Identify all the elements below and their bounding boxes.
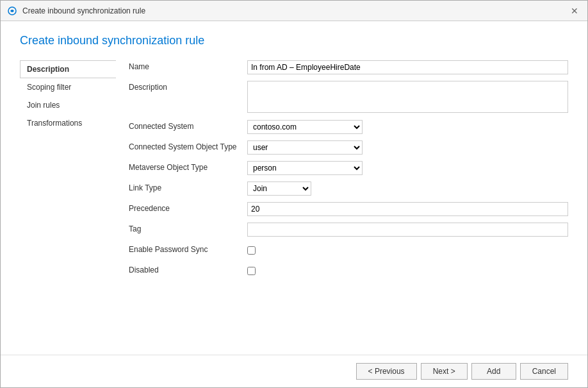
tag-input[interactable] — [247, 223, 568, 237]
link-type-label: Link Type — [129, 181, 247, 192]
name-input[interactable] — [247, 60, 568, 74]
footer: < Previous Next > Add Cancel — [1, 355, 587, 387]
sidebar: Description Scoping filter Join rules Tr… — [20, 60, 116, 348]
tag-label: Tag — [129, 223, 247, 233]
link-type-row: Link Type Join — [129, 181, 568, 197]
connected-system-object-type-control: user — [247, 140, 568, 155]
sidebar-item-transformations[interactable]: Transformations — [20, 114, 116, 132]
enable-password-sync-checkbox[interactable] — [247, 246, 256, 255]
window-icon — [7, 6, 17, 16]
metaverse-object-type-row: Metaverse Object Type person — [129, 161, 568, 176]
connected-system-label: Connected System — [129, 120, 247, 131]
description-row: Description — [129, 81, 568, 115]
cancel-button[interactable]: Cancel — [520, 363, 568, 380]
next-button[interactable]: Next > — [421, 363, 468, 380]
form-area: Name Description Connected System — [129, 60, 568, 348]
add-button[interactable]: Add — [471, 363, 516, 380]
tag-control — [247, 223, 568, 237]
precedence-input[interactable] — [247, 202, 568, 216]
description-control — [247, 81, 568, 115]
disabled-row: Disabled — [129, 264, 568, 279]
metaverse-object-type-label: Metaverse Object Type — [129, 161, 247, 172]
name-row: Name — [129, 60, 568, 76]
name-label: Name — [129, 60, 247, 71]
link-type-control: Join — [247, 181, 568, 196]
connected-system-select[interactable]: contoso.com — [247, 120, 363, 134]
sidebar-item-join-rules[interactable]: Join rules — [20, 96, 116, 114]
title-bar-text: Create inbound synchronization rule — [22, 6, 568, 15]
disabled-checkbox[interactable] — [247, 267, 256, 275]
content-area: Create inbound synchronization rule Desc… — [1, 21, 587, 355]
connected-system-object-type-label: Connected System Object Type — [129, 140, 247, 151]
page-title: Create inbound synchronization rule — [20, 34, 568, 47]
main-window: Create inbound synchronization rule ✕ Cr… — [0, 0, 588, 388]
connected-system-object-type-select[interactable]: user — [247, 140, 363, 155]
precedence-row: Precedence — [129, 202, 568, 217]
metaverse-object-type-control: person — [247, 161, 568, 175]
description-label: Description — [129, 81, 247, 92]
disabled-control — [247, 264, 568, 278]
main-layout: Description Scoping filter Join rules Tr… — [20, 60, 568, 348]
tag-row: Tag — [129, 223, 568, 238]
previous-button[interactable]: < Previous — [356, 363, 417, 380]
description-textarea[interactable] — [247, 81, 568, 113]
disabled-label: Disabled — [129, 264, 247, 274]
connected-system-row: Connected System contoso.com — [129, 120, 568, 135]
title-bar: Create inbound synchronization rule ✕ — [1, 1, 587, 21]
name-control — [247, 60, 568, 74]
sidebar-item-scoping-filter[interactable]: Scoping filter — [20, 78, 116, 96]
link-type-select[interactable]: Join — [247, 181, 311, 196]
enable-password-sync-row: Enable Password Sync — [129, 243, 568, 258]
connected-system-object-type-row: Connected System Object Type user — [129, 140, 568, 156]
precedence-label: Precedence — [129, 202, 247, 213]
connected-system-control: contoso.com — [247, 120, 568, 134]
precedence-control — [247, 202, 568, 216]
close-button[interactable]: ✕ — [568, 4, 581, 17]
metaverse-object-type-select[interactable]: person — [247, 161, 363, 175]
enable-password-sync-control — [247, 243, 568, 257]
sidebar-item-description[interactable]: Description — [20, 60, 116, 78]
enable-password-sync-label: Enable Password Sync — [129, 243, 247, 254]
